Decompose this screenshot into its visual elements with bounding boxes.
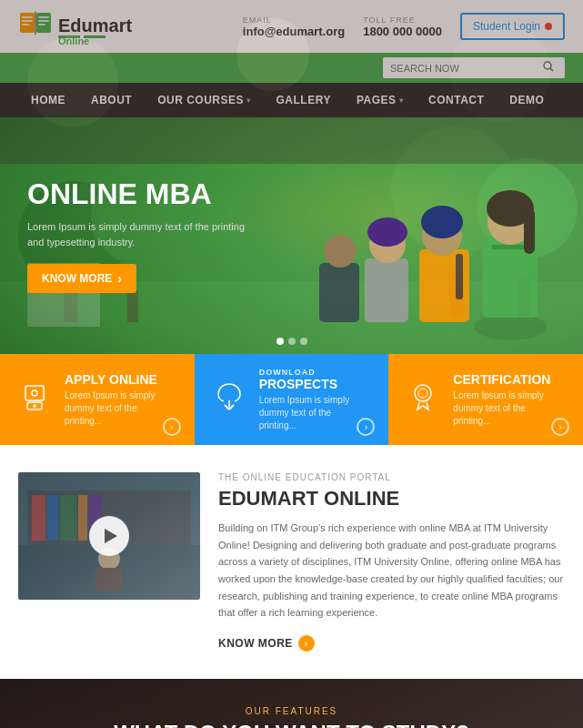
hero-content: ONLINE MBA Lorem Ipsum is simply dummy t… — [0, 151, 291, 320]
feature-prospects[interactable]: DOWNLOAD PROSPECTS Lorem Ipsum is simply… — [195, 354, 389, 445]
study-title: WHAT DO YOU WANT TO STUDY? — [18, 721, 565, 728]
know-more-arrow-icon: › — [298, 635, 315, 652]
slider-dot-2[interactable] — [288, 338, 296, 345]
svg-rect-54 — [60, 495, 76, 541]
about-section: THE ONLINE EDUCATION PORTAL EDUMART ONLI… — [0, 445, 583, 679]
svg-point-41 — [32, 390, 37, 396]
svg-rect-55 — [78, 495, 87, 541]
apply-online-arrow-icon[interactable]: › — [163, 418, 181, 436]
svg-point-48 — [418, 389, 427, 398]
feature-apply-online[interactable]: APPLY ONLINE Lorem Ipsum is simply dummy… — [0, 354, 195, 445]
hero-title: ONLINE MBA — [27, 178, 264, 210]
study-bg-svg — [0, 0, 583, 164]
svg-point-43 — [33, 404, 36, 408]
svg-rect-58 — [95, 568, 123, 591]
certification-title: CERTIFICATION — [453, 372, 565, 387]
svg-rect-53 — [47, 495, 58, 541]
about-title: EDUMART ONLINE — [218, 487, 565, 511]
svg-rect-35 — [365, 258, 408, 322]
hero-description: Lorem Ipsum is simply dummy text of the … — [27, 219, 264, 249]
certification-text: CERTIFICATION Lorem Ipsum is simply dumm… — [453, 372, 565, 428]
prospects-desc: Lorem Ipsum is simply dummy text of the … — [259, 394, 371, 432]
svg-rect-40 — [25, 386, 44, 400]
feature-certification[interactable]: CERTIFICATION Lorem Ipsum is simply dumm… — [388, 354, 583, 445]
apply-online-icon — [18, 380, 51, 420]
know-more-label: KNOW MORE — [218, 637, 293, 650]
prospects-title: PROSPECTS — [259, 377, 371, 391]
svg-point-62 — [236, 18, 309, 91]
study-section: OUR FEATURES WHAT DO YOU WANT TO STUDY? … — [0, 679, 583, 728]
svg-point-33 — [421, 206, 463, 238]
feature-cards: APPLY ONLINE Lorem Ipsum is simply dummy… — [0, 354, 583, 445]
about-description: Building on ITM Group's rich experience … — [218, 520, 565, 622]
slider-dot-3[interactable] — [300, 338, 307, 345]
about-content: THE ONLINE EDUCATION PORTAL EDUMART ONLI… — [218, 472, 565, 652]
apply-online-title: APPLY ONLINE — [65, 372, 176, 387]
slider-dot-1[interactable] — [276, 338, 284, 345]
hero-btn-label: KNOW MORE — [42, 272, 112, 285]
svg-rect-28 — [492, 245, 528, 249]
apply-online-desc: Lorem Ipsum is simply dummy text of the … — [65, 389, 176, 428]
svg-point-37 — [367, 217, 407, 247]
svg-point-60 — [27, 36, 118, 127]
apply-online-text: APPLY ONLINE Lorem Ipsum is simply dummy… — [65, 372, 176, 428]
slider-dots — [276, 338, 307, 345]
play-button[interactable] — [89, 516, 129, 556]
svg-rect-34 — [456, 254, 463, 299]
svg-rect-38 — [319, 263, 359, 322]
prospects-icon — [213, 380, 246, 420]
about-video[interactable] — [18, 472, 200, 600]
svg-rect-52 — [32, 495, 45, 541]
certification-desc: Lorem Ipsum is simply dummy text of the … — [453, 389, 565, 428]
hero-btn-arrow-icon: › — [117, 271, 122, 286]
certification-arrow-icon[interactable]: › — [551, 418, 569, 436]
certification-icon — [407, 380, 439, 420]
prospects-arrow-icon[interactable]: › — [357, 418, 375, 436]
hero-know-more-button[interactable]: KNOW MORE › — [27, 264, 136, 293]
about-know-more-button[interactable]: KNOW MORE › — [218, 635, 315, 652]
prospects-text: DOWNLOAD PROSPECTS Lorem Ipsum is simply… — [259, 368, 371, 432]
about-tag: THE ONLINE EDUCATION PORTAL — [218, 472, 565, 482]
svg-rect-30 — [524, 208, 535, 254]
prospects-label: DOWNLOAD — [259, 368, 371, 377]
svg-point-47 — [415, 385, 431, 401]
study-tag: OUR FEATURES — [18, 706, 565, 716]
svg-point-39 — [324, 235, 357, 268]
svg-point-61 — [450, 23, 550, 123]
